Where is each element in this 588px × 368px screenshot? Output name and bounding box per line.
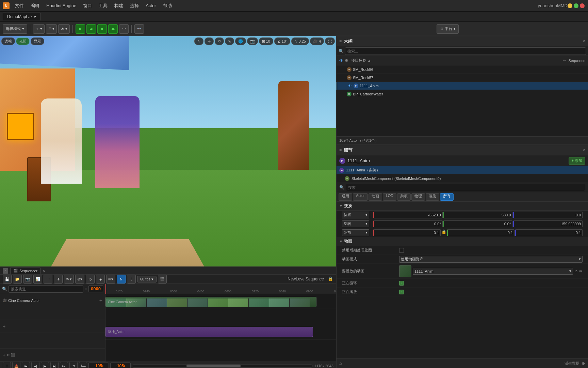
menu-houdini-engine[interactable]: Houdini Engine (43, 2, 80, 10)
cat-tab-animation[interactable]: 动画 (369, 193, 382, 201)
seq-filter-button[interactable]: ⊕ ▾ (75, 275, 84, 283)
seq-keyframe-mode-button[interactable]: ◇ (86, 275, 95, 283)
seq-open-button[interactable]: 📁 (13, 275, 22, 283)
scale-tool-button[interactable]: ⤡ (225, 37, 234, 45)
tree-item-1111-anim[interactable]: 👁 ▶ 1111_Anim (337, 82, 588, 90)
menu-help[interactable]: 帮助 (160, 1, 175, 10)
track-row-camera[interactable]: 🎥 Cine Camera Actor + (0, 294, 105, 307)
maximize-viewport-button[interactable]: ⛶ (325, 37, 335, 45)
details-close-button[interactable]: × (583, 148, 585, 153)
seq-view-options-button[interactable]: 👁 ▾ (64, 275, 74, 283)
eject-button[interactable]: ⏏ (108, 24, 118, 34)
transport-step-back-button[interactable]: ◀ (31, 362, 39, 368)
select-mode-button[interactable]: 选择模式 ▾ (3, 24, 27, 34)
cursor-tool-button[interactable]: ↖ (194, 37, 203, 45)
seq-paint-button[interactable]: ✏ ▾ (106, 275, 115, 283)
close-button[interactable]: × (580, 3, 585, 8)
rotation-dropdown[interactable]: 旋转 ▾ (342, 220, 369, 227)
transport-loop-button[interactable]: ⟲ (69, 362, 78, 368)
vr-button[interactable]: 👓 (134, 24, 144, 34)
cat-tab-lod[interactable]: LOD (383, 193, 397, 201)
world-button[interactable]: 🌐 (235, 37, 246, 45)
transport-menu-button[interactable]: ☰ (3, 362, 11, 368)
playhead[interactable] (105, 284, 106, 294)
options-button[interactable]: ⋯ (119, 24, 129, 34)
anim-mode-dropdown[interactable]: 使用动画资产 ▾ (399, 256, 583, 263)
position-dropdown[interactable]: 位置 ▾ (342, 212, 369, 218)
animation-section-header[interactable]: ▼ 动画 (337, 237, 588, 246)
anim-clip[interactable]: 草神_Anim (105, 327, 313, 337)
transport-next-key-button[interactable]: ⏭ (60, 362, 68, 368)
seq-track-button[interactable]: 📊 (33, 275, 42, 283)
camera-speed-button[interactable]: 🎥 4 (310, 37, 324, 45)
scale-y-input[interactable] (447, 229, 514, 236)
transport-prev-key-button[interactable]: ⏮ (22, 362, 30, 368)
menu-actor[interactable]: Actor (142, 2, 159, 10)
loop-checkbox[interactable]: ✓ (399, 281, 404, 286)
rotate-tool-button[interactable]: ↺ (215, 37, 224, 45)
camera-button[interactable]: 📷 (247, 37, 258, 45)
grid-toggle-button[interactable]: ⊞ 10 (259, 37, 273, 45)
menu-select[interactable]: 选择 (127, 1, 142, 10)
playing-checkbox[interactable]: ✓ (399, 290, 404, 294)
rotation-z-input[interactable] (513, 220, 583, 227)
transport-timecode-start[interactable] (88, 363, 109, 368)
seq-transform-button[interactable]: ✛ (54, 275, 63, 283)
seq-auto-key-button[interactable]: ◈ (96, 275, 105, 283)
transport-timecode-current[interactable] (110, 363, 131, 368)
perspective-button[interactable]: 透视 (1, 37, 15, 45)
scale-dropdown[interactable]: 缩放 ▾ (342, 229, 369, 236)
maximize-button[interactable]: □ (574, 3, 578, 8)
position-y-input[interactable] (443, 212, 513, 218)
snap-button[interactable]: ⊞ ▾ (46, 24, 57, 34)
seq-save-button[interactable]: 💾 (3, 275, 12, 283)
derive-data-button[interactable]: 派生数据 (565, 361, 579, 366)
cat-tab-physics[interactable]: 物理 (411, 193, 425, 201)
rotation-x-input[interactable] (373, 220, 443, 227)
transport-speed-button[interactable]: 1— (79, 362, 87, 368)
instance-row[interactable]: ▶ 1111_Anim（实例） (337, 166, 588, 174)
sequencer-search-input[interactable] (9, 285, 83, 293)
seq-more-button[interactable]: ⋯ (44, 275, 52, 283)
menu-edit[interactable]: 编辑 (27, 1, 43, 10)
menu-file[interactable]: 文件 (12, 1, 27, 10)
position-z-input[interactable] (513, 212, 583, 218)
component-row[interactable]: ⊕ SkeletalMeshComponent (SkeletalMeshCom… (337, 174, 588, 183)
disable-post-checkbox[interactable] (399, 248, 404, 253)
tree-item-rock56[interactable]: ● SM_Rock56 (337, 65, 588, 74)
transport-play-button[interactable]: ▶ (41, 362, 49, 368)
move-tool-button[interactable]: ✛ (205, 37, 214, 45)
sequencer-close-button[interactable]: × (43, 269, 45, 273)
cat-tab-all[interactable]: 所有 (440, 193, 454, 201)
cat-tab-actor[interactable]: Actor (353, 193, 368, 201)
camera-clip[interactable]: Cine Camera Actor (105, 297, 316, 307)
transport-step-fwd-button[interactable]: ▶| (50, 362, 59, 368)
seq-capture-button[interactable]: 📷 (23, 275, 32, 283)
transform-section-header[interactable]: ▼ 变换 (337, 202, 588, 211)
seq-record-button[interactable]: N (117, 275, 126, 283)
rotation-y-input[interactable] (443, 220, 513, 227)
angle-snap-button[interactable]: ∠ 10° (274, 37, 291, 45)
add-actor-button[interactable]: ＋ ▾ (33, 24, 45, 34)
viewport-scene[interactable] (0, 36, 336, 266)
cat-tab-misc[interactable]: 杂项 (397, 193, 411, 201)
platform-button[interactable]: 🖥 平台 ▾ (437, 24, 459, 34)
project-tab[interactable]: DemoMapLake• (3, 13, 41, 20)
details-search-input[interactable] (346, 184, 585, 191)
scale-snap-button[interactable]: ⤡ 0.25 (291, 37, 309, 45)
lighting-button[interactable]: 光照 (16, 37, 30, 45)
menu-build[interactable]: 构建 (111, 1, 127, 10)
track-row-plus[interactable]: + (0, 320, 105, 333)
position-x-input[interactable] (373, 212, 443, 218)
edit-anim-icon[interactable]: ✏ (579, 269, 583, 274)
browse-anim-icon[interactable]: ↺ (574, 269, 578, 274)
transport-output-button[interactable]: 📤 (12, 362, 20, 368)
scale-z-input[interactable] (515, 229, 583, 236)
menu-tools[interactable]: 工具 (95, 1, 111, 10)
play-button[interactable]: ▶ (76, 24, 85, 34)
cat-tab-general[interactable]: 通用 (339, 193, 352, 201)
stop-button[interactable]: ■ (97, 24, 107, 34)
timeline-scrollbar[interactable] (132, 364, 313, 368)
tree-item-bp-water[interactable]: ■ BP_CartoonWater (337, 90, 588, 98)
outliner-close-button[interactable]: × (583, 39, 585, 44)
